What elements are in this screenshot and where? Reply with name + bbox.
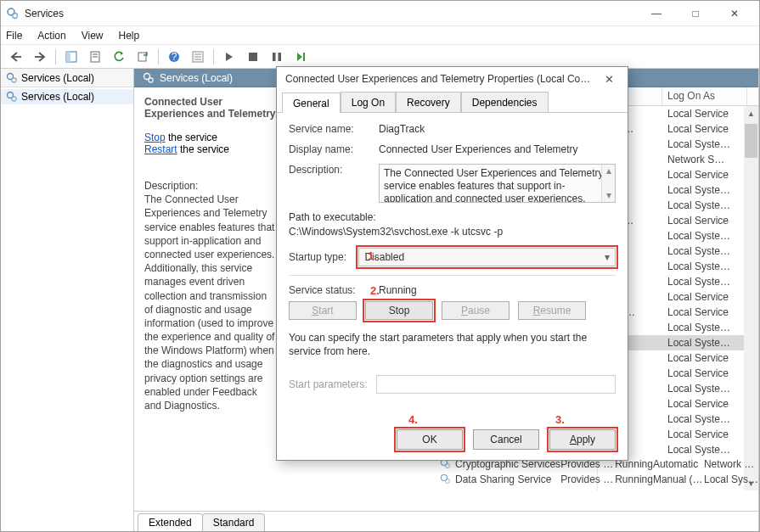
description-box[interactable]: The Connected User Experiences and Telem… bbox=[379, 164, 616, 203]
toolbar-sep bbox=[213, 49, 214, 64]
list-visible-rows: Cryptographic ServicesProvides thr…Runni… bbox=[440, 456, 758, 490]
service-name-label: Service name: bbox=[289, 123, 379, 135]
start-params-hint: You can specify the start parameters tha… bbox=[289, 332, 616, 358]
start-parameters-input bbox=[376, 375, 616, 394]
tab-recovery[interactable]: Recovery bbox=[396, 92, 461, 112]
service-name-value: DiagTrack bbox=[379, 123, 616, 135]
tree-pane: Services (Local) Services (Local) bbox=[1, 69, 134, 531]
service-control-buttons: Start Stop Pause Resume bbox=[289, 301, 616, 320]
restart-service-button[interactable] bbox=[290, 48, 311, 65]
col-log-on-as[interactable]: Log On As bbox=[662, 87, 747, 105]
separator bbox=[289, 275, 616, 276]
svg-point-21 bbox=[12, 77, 16, 81]
ok-button[interactable]: OK bbox=[397, 429, 463, 450]
startup-type-label: Startup type: bbox=[289, 251, 358, 263]
refresh-button[interactable] bbox=[109, 48, 129, 65]
window-titlebar: Services — □ ✕ bbox=[1, 1, 759, 26]
detail-desc-label: Description: bbox=[144, 179, 277, 193]
dialog-title: Connected User Experiences and Telemetry… bbox=[285, 73, 599, 85]
tree-header-label: Services (Local) bbox=[21, 72, 94, 84]
dialog-close-button[interactable]: ✕ bbox=[599, 73, 619, 86]
selected-service-title: Connected User Experiences and Telemetry bbox=[144, 96, 277, 120]
maximize-button[interactable]: □ bbox=[676, 1, 715, 26]
service-status-label: Service status: bbox=[289, 284, 379, 296]
tab-standard[interactable]: Standard bbox=[202, 513, 266, 531]
resume-button: Resume bbox=[518, 301, 586, 320]
back-button[interactable] bbox=[6, 48, 26, 65]
help-button[interactable]: ? bbox=[164, 48, 184, 65]
export-button[interactable] bbox=[132, 48, 153, 65]
toolbar: ? bbox=[1, 45, 759, 69]
svg-point-1 bbox=[13, 13, 18, 18]
dialog-titlebar[interactable]: Connected User Experiences and Telemetry… bbox=[277, 67, 628, 91]
resume-btn-label: esume bbox=[540, 305, 571, 316]
pause-btn-label: ause bbox=[468, 305, 490, 316]
tab-log-on[interactable]: Log On bbox=[341, 92, 396, 112]
close-button[interactable]: ✕ bbox=[715, 1, 754, 26]
service-status-value: Running bbox=[379, 284, 616, 296]
tab-extended[interactable]: Extended bbox=[138, 513, 203, 531]
scrollbar[interactable]: ▲ ▼ bbox=[744, 106, 758, 490]
scroll-up-icon[interactable]: ▲ bbox=[744, 106, 758, 120]
annotation-4: 4. bbox=[408, 413, 418, 426]
desc-scroll-down-icon[interactable]: ▾ bbox=[606, 189, 611, 202]
toolbar-sep bbox=[55, 49, 56, 64]
tab-dependencies[interactable]: Dependencies bbox=[461, 92, 549, 112]
menu-file[interactable]: File bbox=[6, 30, 22, 42]
svg-rect-19 bbox=[303, 53, 305, 61]
scroll-thumb[interactable] bbox=[745, 124, 757, 158]
tab-general[interactable]: General bbox=[282, 92, 341, 113]
svg-rect-17 bbox=[273, 53, 276, 61]
start-service-button[interactable] bbox=[219, 48, 239, 65]
forward-button[interactable] bbox=[30, 48, 50, 65]
path-value: C:\Windows\System32\svchost.exe -k utcsv… bbox=[289, 226, 616, 238]
chevron-down-icon: ▾ bbox=[605, 251, 610, 263]
menu-help[interactable]: Help bbox=[119, 30, 140, 42]
stop-link[interactable]: Stop bbox=[144, 132, 166, 143]
stop-btn-label: Stop bbox=[389, 305, 410, 316]
pause-button: Pause bbox=[442, 301, 509, 320]
stop-button[interactable]: Stop bbox=[365, 301, 433, 320]
cancel-button[interactable]: Cancel bbox=[473, 429, 539, 450]
window-title: Services bbox=[25, 8, 637, 20]
detail-restart-line: Restart the service bbox=[144, 143, 277, 155]
tree-item-label: Services (Local) bbox=[21, 91, 94, 103]
desc-scroll-up-icon[interactable]: ▴ bbox=[606, 165, 611, 177]
show-hide-tree-button[interactable] bbox=[61, 48, 82, 65]
minimize-button[interactable]: — bbox=[637, 1, 676, 26]
svg-point-25 bbox=[149, 77, 153, 81]
svg-point-29 bbox=[446, 479, 450, 484]
list-button[interactable] bbox=[188, 48, 208, 65]
menu-view[interactable]: View bbox=[82, 30, 104, 42]
table-row[interactable]: Data Sharing ServiceProvides da…RunningM… bbox=[440, 472, 758, 487]
display-name-label: Display name: bbox=[289, 143, 379, 155]
display-name-value: Connected User Experiences and Telemetry bbox=[379, 143, 616, 155]
detail-desc-text: The Connected User Experiences and Telem… bbox=[144, 193, 277, 412]
annotation-1: 1. bbox=[368, 249, 377, 262]
menu-action[interactable]: Action bbox=[37, 30, 65, 42]
gear-icon bbox=[143, 72, 155, 84]
path-label: Path to executable: bbox=[289, 211, 616, 223]
annotation-2: 2. bbox=[370, 284, 380, 297]
annotation-3: 3. bbox=[555, 413, 565, 426]
pause-service-button[interactable] bbox=[267, 48, 287, 65]
restart-link[interactable]: Restart bbox=[144, 143, 177, 155]
dialog-tabs: General Log On Recovery Dependencies bbox=[277, 91, 628, 113]
svg-rect-16 bbox=[249, 53, 257, 61]
apply-button[interactable]: Apply bbox=[549, 429, 616, 450]
start-button: Start bbox=[289, 301, 357, 320]
apply-btn-label: pply bbox=[577, 434, 595, 445]
svg-point-27 bbox=[446, 464, 450, 468]
properties-button[interactable] bbox=[85, 48, 105, 65]
svg-rect-5 bbox=[66, 52, 70, 62]
svg-rect-9 bbox=[138, 53, 146, 61]
detail-pane: Connected User Experiences and Telemetry… bbox=[134, 87, 287, 511]
menu-bar: File Action View Help bbox=[1, 26, 759, 45]
gear-icon bbox=[6, 72, 18, 84]
stop-service-button[interactable] bbox=[243, 48, 263, 65]
startup-type-select[interactable]: Disabled ▾ bbox=[358, 248, 616, 266]
detail-stop-line: Stop the service bbox=[144, 132, 277, 143]
tree-item-services-local[interactable]: Services (Local) bbox=[1, 89, 133, 104]
start-btn-label: tart bbox=[318, 305, 333, 316]
svg-rect-18 bbox=[279, 53, 282, 61]
